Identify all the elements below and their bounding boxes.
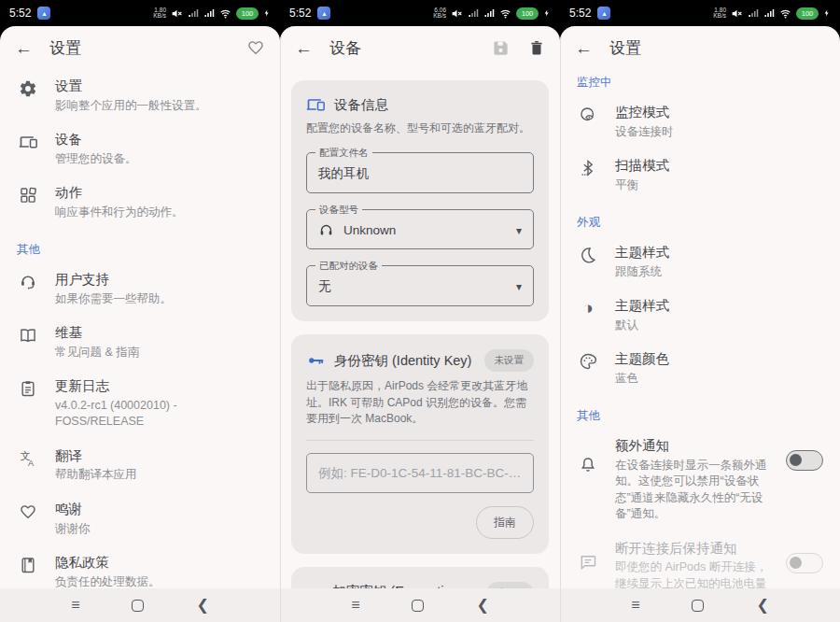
nav-back-icon[interactable]: ❮ xyxy=(196,598,208,613)
chevron-down-icon: ▾ xyxy=(516,224,522,237)
card-title: 设备信息 xyxy=(334,96,388,114)
chat-icon xyxy=(579,553,597,572)
field-value: Unknown xyxy=(343,223,396,237)
wifi-icon xyxy=(219,7,231,20)
status-bar: 5:52 ▲ 6.06KB/s 100 xyxy=(280,0,560,26)
status-badge: 未设置 xyxy=(484,349,535,372)
headphones-icon xyxy=(318,222,334,238)
nav-back-icon[interactable]: ❮ xyxy=(756,598,768,613)
list-item-devices[interactable]: 设备管理您的设备。 xyxy=(0,122,280,176)
heart-icon xyxy=(19,502,37,521)
guide-button[interactable]: 指南 xyxy=(476,506,534,539)
status-bar: 5:52 ▲ 1.80KB/s 100 xyxy=(560,0,840,26)
section-header-other: 其他 xyxy=(560,395,840,429)
nav-back-icon[interactable]: ❮ xyxy=(476,598,488,613)
widgets-icon xyxy=(19,186,37,205)
sound-muted-icon xyxy=(171,7,183,20)
toggle-knob xyxy=(790,557,802,569)
nav-recents-icon[interactable]: ≡ xyxy=(71,598,79,613)
net-speed-indicator: 1.80KB/s xyxy=(153,7,166,20)
list-item-scan-mode[interactable]: 扫描模式平衡 xyxy=(560,148,840,202)
list-item-wiki[interactable]: 维基常见问题 & 指南 xyxy=(0,316,280,369)
charging-bolt-icon xyxy=(543,7,551,19)
key-icon xyxy=(306,351,325,370)
nav-recents-icon[interactable]: ≡ xyxy=(351,598,359,613)
changelog-icon xyxy=(19,379,37,398)
settings-list: 设置影响整个应用的一般性设置。 设备管理您的设备。 动作响应事件和行为的动作。 … xyxy=(0,69,280,588)
list-item-translate[interactable]: 文A 翻译帮助翻译本应用 xyxy=(0,439,280,492)
identity-key-input[interactable] xyxy=(306,453,534,493)
clock: 5:52 xyxy=(289,7,311,20)
device-editor: 设备信息 配置您的设备名称、型号和可选的蓝牙配对。 配置文件名 我的耳机 设备型… xyxy=(280,69,560,588)
nav-recents-icon[interactable]: ≡ xyxy=(631,598,639,613)
list-item-theme-mode[interactable]: 主题样式跟随系统 xyxy=(560,235,840,289)
signal-sim1-icon xyxy=(468,7,479,19)
contrast-icon: ◑ xyxy=(582,299,593,317)
battery-indicator: 100 xyxy=(796,7,819,20)
list-item-theme-style[interactable]: ◑ 主题样式默认 xyxy=(560,289,840,342)
extra-notification-toggle[interactable] xyxy=(786,450,823,471)
list-item-privacy-policy[interactable]: 隐私政策负责任的处理数据。 xyxy=(0,545,280,588)
section-header-monitoring: 监控中 xyxy=(560,69,840,95)
app-surface: ← 设置 设置影响整个应用的一般性设置。 设备管理您的设备。 动作响应事件和行为 xyxy=(0,26,280,588)
clock: 5:52 xyxy=(569,7,591,20)
field-value: 无 xyxy=(318,278,331,295)
nav-home-icon[interactable] xyxy=(132,600,144,612)
encryption-key-card: 加密密钥 (Encryption Key) 未设置 AirPods 会发送状态消… xyxy=(291,567,549,588)
general-settings-list: 监控中 监控模式设备连接时 扫描模式平衡 外观 主题样式跟随系统 ◑ 主题样式默… xyxy=(560,69,840,588)
card-body: 出于隐私原因，AirPods 会经常更改其蓝牙地址。IRK 可帮助 CAPod … xyxy=(306,378,534,427)
section-header-other: 其他 xyxy=(0,229,280,262)
device-model-dropdown[interactable]: 设备型号 Unknown ▾ xyxy=(306,209,534,249)
back-icon[interactable]: ← xyxy=(575,39,593,57)
profile-name-field[interactable]: 配置文件名 我的耳机 xyxy=(306,152,534,193)
sound-muted-icon xyxy=(731,7,743,20)
app-surface: ← 设备 设备信息 配置您的设备名称、型号和可选的蓝牙配对。 配置文件名 xyxy=(280,26,560,588)
nav-home-icon[interactable] xyxy=(692,600,704,612)
paired-device-dropdown[interactable]: 已配对的设备 无 ▾ xyxy=(306,265,534,306)
signal-sim1-icon xyxy=(748,7,759,19)
list-item-monitor-mode[interactable]: 监控模式设备连接时 xyxy=(560,95,840,148)
device-info-card: 设备信息 配置您的设备名称、型号和可选的蓝牙配对。 配置文件名 我的耳机 设备型… xyxy=(291,80,549,321)
policy-icon xyxy=(19,556,37,574)
svg-text:A: A xyxy=(28,458,35,467)
bluetooth-scan-icon xyxy=(579,159,597,177)
divider xyxy=(306,440,534,441)
list-item-actions[interactable]: 动作响应事件和行为的动作。 xyxy=(0,176,280,229)
gear-icon xyxy=(19,79,37,98)
battery-indicator: 100 xyxy=(516,7,539,20)
save-icon[interactable] xyxy=(492,39,510,57)
bell-icon xyxy=(579,456,597,474)
app-bar: ← 设置 xyxy=(560,26,840,69)
capod-app-icon: ▲ xyxy=(597,7,610,20)
field-label: 配置文件名 xyxy=(315,147,372,160)
list-item-acknowledgements[interactable]: 鸣谢谢谢你 xyxy=(0,492,280,545)
list-item-keep-notification: 断开连接后保持通知即使您的 AirPods 断开连接，继续显示上次已知的电池电量… xyxy=(560,531,840,588)
charging-bolt-icon xyxy=(263,7,271,19)
app-surface: ← 设置 监控中 监控模式设备连接时 扫描模式平衡 外观 主题样式跟随系统 xyxy=(560,26,840,588)
list-item-changelog[interactable]: 更新日志v4.0.2-rc1 (40002010) - FOSS/RELEASE xyxy=(0,369,280,439)
wifi-icon xyxy=(779,7,791,20)
sponsor-heart-icon[interactable] xyxy=(246,38,265,57)
phone-screen-1: 5:52 ▲ 1.80KB/s 100 ← 设置 xyxy=(0,0,280,622)
devices-icon xyxy=(306,95,325,114)
list-item-theme-color[interactable]: 主题颜色蓝色 xyxy=(560,342,840,395)
delete-icon[interactable] xyxy=(528,39,545,56)
clock: 5:52 xyxy=(9,7,31,20)
section-header-appearance: 外观 xyxy=(560,202,840,235)
page-title: 设置 xyxy=(49,37,230,59)
list-item-support[interactable]: 用户支持如果你需要一些帮助。 xyxy=(0,262,280,316)
capod-app-icon: ▲ xyxy=(37,7,50,20)
phone-screen-3: 5:52 ▲ 1.80KB/s 100 ← 设置 监控中 xyxy=(560,0,840,622)
palette-icon xyxy=(579,352,597,371)
nav-home-icon[interactable] xyxy=(412,600,424,612)
android-nav-bar: ≡ ❮ xyxy=(280,588,560,622)
list-item-extra-notification[interactable]: 额外通知在设备连接时显示一条额外通知。这使您可以禁用“设备状态”通道来隐藏永久性… xyxy=(560,429,840,531)
moon-icon xyxy=(579,246,597,264)
list-item-general-settings[interactable]: 设置影响整个应用的一般性设置。 xyxy=(0,69,280,122)
back-icon[interactable]: ← xyxy=(15,39,33,57)
signal-sim2-icon xyxy=(483,7,495,19)
sound-muted-icon xyxy=(451,7,463,20)
android-nav-bar: ≡ ❮ xyxy=(560,588,840,622)
phone-screen-2: 5:52 ▲ 6.06KB/s 100 ← 设备 xyxy=(280,0,560,622)
back-icon[interactable]: ← xyxy=(295,39,313,57)
